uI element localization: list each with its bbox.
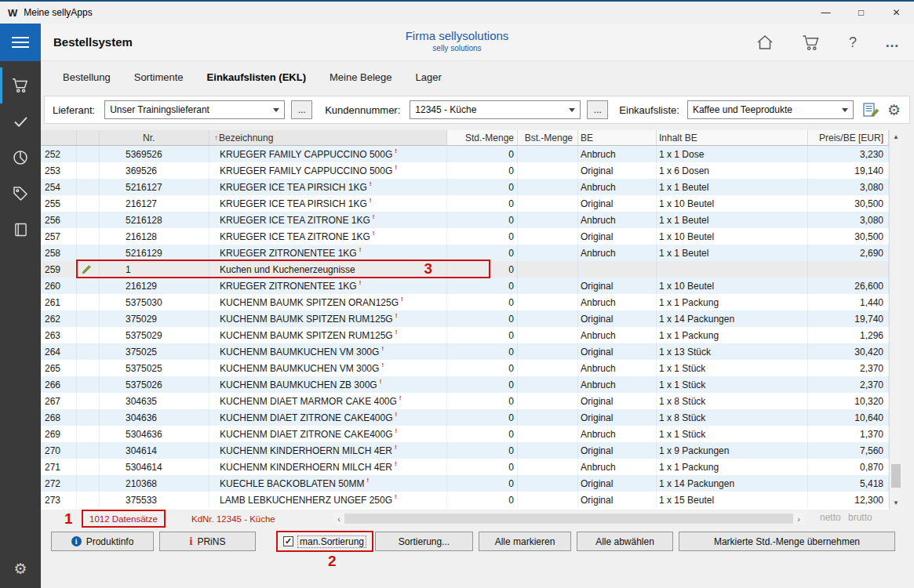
product-info-icon[interactable]: ! <box>395 328 398 336</box>
table-row[interactable]: 268 304636 KUCHENM DIAET ZITRONE CAKE400… <box>41 409 889 426</box>
column-bst-menge[interactable]: Bst.-Menge <box>518 130 578 145</box>
maximize-button[interactable]: □ <box>843 2 879 24</box>
row-std-menge[interactable]: 0 <box>447 360 518 376</box>
row-bst-menge[interactable] <box>518 409 578 426</box>
list-settings-gear-icon[interactable]: ⚙ <box>887 101 901 119</box>
vertical-scrollbar-thumb[interactable] <box>891 464 901 488</box>
table-row[interactable]: 252 5369526 KRUEGER FAMILY CAPPUCCINO 50… <box>41 146 889 162</box>
more-options-icon[interactable]: … <box>885 34 900 51</box>
row-std-menge[interactable]: 0 <box>447 212 518 228</box>
row-std-menge[interactable]: 0 <box>447 343 518 360</box>
table-row[interactable]: 258 5216129 KRUEGER ZITRONENTEE 1KG ! 0 … <box>41 245 889 261</box>
table-row[interactable]: 259 1 Kuchen und Kuchenerzeugnisse ! 0 3 <box>41 261 889 278</box>
product-info-icon[interactable]: ! <box>359 279 362 286</box>
row-std-menge[interactable]: 0 <box>447 459 518 475</box>
column-nr[interactable]: Nr. <box>100 130 209 145</box>
product-info-icon[interactable]: ! <box>395 444 397 451</box>
product-info-icon[interactable]: ! <box>370 197 372 204</box>
column-std-menge[interactable]: Std.-Menge <box>447 130 518 145</box>
table-row[interactable]: 271 5304614 KUCHENM KINDERHOERN MILCH 4E… <box>41 459 889 475</box>
row-bst-menge[interactable] <box>518 492 578 508</box>
column-icon[interactable] <box>77 130 100 145</box>
tab-meine-belege[interactable]: Meine Belege <box>330 71 392 83</box>
product-info-icon[interactable]: ! <box>381 345 384 352</box>
row-bst-menge[interactable] <box>518 475 578 492</box>
product-info-icon[interactable]: ! <box>373 230 375 237</box>
table-row[interactable]: 263 5375029 KUCHENM BAUMK SPITZEN RUM125… <box>41 327 889 343</box>
table-row[interactable]: 262 375029 KUCHENM BAUMK SPITZEN RUM125G… <box>41 310 889 327</box>
row-std-menge[interactable]: 0 <box>447 409 518 426</box>
row-std-menge[interactable]: 0 <box>447 245 518 261</box>
row-std-menge[interactable]: 0 <box>447 228 518 245</box>
einkaufsliste-select[interactable]: Kaffee und Teeprodukte <box>687 100 854 119</box>
sidebar-item-statistik[interactable] <box>0 140 41 176</box>
tab-einkaufslisten[interactable]: Einkaufslisten (EKL) <box>207 71 306 83</box>
brutto-toggle[interactable]: brutto <box>848 512 872 523</box>
column-preis[interactable]: Preis/BE [EUR] <box>808 130 889 145</box>
minimize-button[interactable]: — <box>808 2 843 24</box>
horizontal-scrollbar[interactable]: ‹ › <box>333 513 804 524</box>
sidebar-item-katalog[interactable] <box>0 212 41 248</box>
home-icon[interactable] <box>756 34 774 50</box>
row-bst-menge[interactable] <box>518 360 578 376</box>
product-info-icon[interactable]: ! <box>373 213 375 220</box>
netto-toggle[interactable]: netto <box>820 512 841 523</box>
table-row[interactable]: 272 210368 KUECHLE BACKOBLATEN 50MM ! 0 … <box>41 475 889 492</box>
tab-sortimente[interactable]: Sortimente <box>134 71 184 83</box>
row-bst-menge[interactable] <box>518 278 578 294</box>
row-std-menge[interactable]: 0 <box>447 393 518 409</box>
row-bst-menge[interactable] <box>518 195 578 212</box>
std-menge-uebernehmen-button[interactable]: Markierte Std.-Menge übernehmen <box>679 532 895 551</box>
column-rownum[interactable] <box>41 130 77 145</box>
row-bst-menge[interactable] <box>518 179 578 195</box>
product-info-icon[interactable]: ! <box>395 460 397 467</box>
lieferant-more-button[interactable]: ... <box>291 100 312 119</box>
product-info-icon[interactable]: ! <box>395 164 397 171</box>
scroll-left-icon[interactable]: ‹ <box>333 513 344 524</box>
tab-lager[interactable]: Lager <box>416 71 442 83</box>
prins-button[interactable]: i PRiNS <box>159 532 256 551</box>
row-std-menge[interactable]: 0 <box>447 442 518 459</box>
scroll-right-icon[interactable]: › <box>793 513 804 524</box>
table-row[interactable]: 260 216129 KRUEGER ZITRONENTEE 1KG ! 0 O… <box>41 278 889 294</box>
row-std-menge[interactable]: 0 <box>447 261 518 278</box>
cart-icon[interactable] <box>802 34 821 51</box>
product-info-icon[interactable]: ! <box>395 312 398 319</box>
sortierung-button[interactable]: Sortierung... <box>375 532 473 551</box>
man-sortierung-checkbox[interactable]: ✓ <box>283 536 293 546</box>
table-row[interactable]: 265 5375025 KUCHENM BAUMKUCHEN VM 300G !… <box>41 360 889 376</box>
row-std-menge[interactable]: 0 <box>447 278 518 294</box>
produktinfo-button[interactable]: i Produktinfo <box>51 532 154 551</box>
row-std-menge[interactable]: 0 <box>447 195 518 212</box>
row-bst-menge[interactable] <box>518 343 578 360</box>
row-std-menge[interactable]: 0 <box>447 162 518 179</box>
sidebar-item-aufgaben[interactable] <box>0 103 41 140</box>
column-bezeichnung[interactable]: ↑ Bezeichnung <box>209 130 447 145</box>
product-info-icon[interactable]: ! <box>395 147 397 154</box>
close-button[interactable]: ✕ <box>879 2 914 24</box>
table-row[interactable]: 267 304635 KUCHENM DIAET MARMOR CAKE 400… <box>41 393 889 409</box>
edit-list-icon[interactable] <box>863 103 879 117</box>
row-std-menge[interactable]: 0 <box>447 294 518 310</box>
tab-bestellung[interactable]: Bestellung <box>63 71 111 83</box>
row-bst-menge[interactable] <box>518 261 578 278</box>
product-info-icon[interactable]: ! <box>395 411 398 418</box>
row-bst-menge[interactable] <box>518 294 578 310</box>
table-row[interactable]: 273 375533 LAMB LEBKUCHENHERZ UNGEF 250G… <box>41 492 889 508</box>
product-info-icon[interactable]: ! <box>367 477 370 484</box>
product-info-icon[interactable]: ! <box>381 361 384 368</box>
row-std-menge[interactable]: 0 <box>447 492 518 508</box>
table-row[interactable]: 257 216128 KRUEGER ICE TEA ZITRONE 1KG !… <box>41 228 889 245</box>
row-bst-menge[interactable] <box>518 310 578 327</box>
row-bst-menge[interactable] <box>518 245 578 261</box>
table-row[interactable]: 266 5375026 KUCHENM BAUMKUCHEN ZB 300G !… <box>41 376 889 393</box>
table-row[interactable]: 256 5216128 KRUEGER ICE TEA ZITRONE 1KG … <box>41 212 889 228</box>
scroll-down-icon[interactable]: ▼ <box>890 496 902 510</box>
row-bst-menge[interactable] <box>518 162 578 179</box>
row-std-menge[interactable]: 0 <box>447 146 518 162</box>
help-icon[interactable]: ? <box>849 34 857 51</box>
table-row[interactable]: 253 369526 KRUEGER FAMILY CAPPUCCINO 500… <box>41 162 889 179</box>
alle-abwaehlen-button[interactable]: Alle abwählen <box>577 532 673 551</box>
menu-icon[interactable] <box>0 24 41 61</box>
man-sortierung-label[interactable]: man.Sortierung <box>297 535 366 548</box>
